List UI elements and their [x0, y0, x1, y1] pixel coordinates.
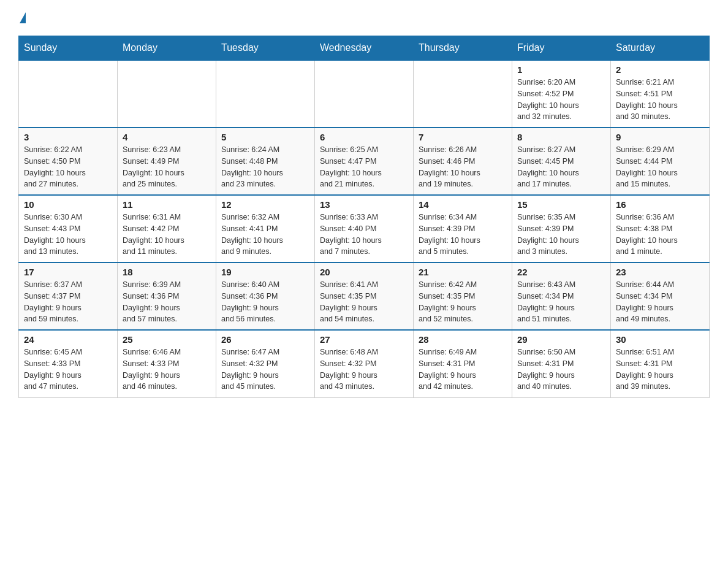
calendar-cell: 2Sunrise: 6:21 AMSunset: 4:51 PMDaylight…	[611, 60, 710, 128]
calendar-cell: 17Sunrise: 6:37 AMSunset: 4:37 PMDayligh…	[19, 262, 118, 330]
calendar-header-monday: Monday	[118, 36, 216, 61]
day-number: 14	[419, 199, 507, 210]
day-info: Sunrise: 6:37 AMSunset: 4:37 PMDaylight:…	[24, 279, 112, 325]
day-info: Sunrise: 6:20 AMSunset: 4:52 PMDaylight:…	[517, 77, 605, 123]
calendar-cell: 27Sunrise: 6:48 AMSunset: 4:32 PMDayligh…	[315, 330, 414, 397]
day-number: 24	[24, 334, 112, 345]
day-number: 25	[123, 334, 211, 345]
calendar-cell: 9Sunrise: 6:29 AMSunset: 4:44 PMDaylight…	[611, 128, 710, 195]
day-info: Sunrise: 6:35 AMSunset: 4:39 PMDaylight:…	[517, 212, 605, 258]
calendar-header-sunday: Sunday	[19, 36, 118, 61]
calendar-header-friday: Friday	[512, 36, 611, 61]
calendar-cell: 19Sunrise: 6:40 AMSunset: 4:36 PMDayligh…	[216, 262, 315, 330]
day-info: Sunrise: 6:45 AMSunset: 4:33 PMDaylight:…	[24, 347, 112, 393]
calendar-cell: 29Sunrise: 6:50 AMSunset: 4:31 PMDayligh…	[512, 330, 611, 397]
calendar-table: SundayMondayTuesdayWednesdayThursdayFrid…	[18, 36, 710, 398]
day-info: Sunrise: 6:22 AMSunset: 4:50 PMDaylight:…	[24, 144, 112, 190]
calendar-cell: 21Sunrise: 6:42 AMSunset: 4:35 PMDayligh…	[414, 262, 512, 330]
logo-triangle-icon	[20, 12, 26, 23]
calendar-cell: 14Sunrise: 6:34 AMSunset: 4:39 PMDayligh…	[414, 195, 512, 262]
day-info: Sunrise: 6:49 AMSunset: 4:31 PMDaylight:…	[419, 347, 507, 393]
day-info: Sunrise: 6:47 AMSunset: 4:32 PMDaylight:…	[221, 347, 309, 393]
calendar-cell: 1Sunrise: 6:20 AMSunset: 4:52 PMDaylight…	[512, 60, 611, 128]
calendar-week-row: 3Sunrise: 6:22 AMSunset: 4:50 PMDaylight…	[19, 128, 710, 195]
calendar-cell: 5Sunrise: 6:24 AMSunset: 4:48 PMDaylight…	[216, 128, 315, 195]
calendar-header-saturday: Saturday	[611, 36, 710, 61]
day-number: 22	[517, 267, 605, 277]
day-info: Sunrise: 6:48 AMSunset: 4:32 PMDaylight:…	[320, 347, 408, 393]
day-number: 12	[221, 199, 309, 210]
calendar-cell: 20Sunrise: 6:41 AMSunset: 4:35 PMDayligh…	[315, 262, 414, 330]
calendar-cell: 18Sunrise: 6:39 AMSunset: 4:36 PMDayligh…	[118, 262, 216, 330]
day-info: Sunrise: 6:39 AMSunset: 4:36 PMDaylight:…	[123, 279, 211, 325]
day-number: 20	[320, 267, 408, 277]
calendar-cell: 23Sunrise: 6:44 AMSunset: 4:34 PMDayligh…	[611, 262, 710, 330]
day-info: Sunrise: 6:43 AMSunset: 4:34 PMDaylight:…	[517, 279, 605, 325]
day-info: Sunrise: 6:46 AMSunset: 4:33 PMDaylight:…	[123, 347, 211, 393]
day-number: 18	[123, 267, 211, 277]
calendar-cell: 8Sunrise: 6:27 AMSunset: 4:45 PMDaylight…	[512, 128, 611, 195]
day-info: Sunrise: 6:32 AMSunset: 4:41 PMDaylight:…	[221, 212, 309, 258]
day-info: Sunrise: 6:31 AMSunset: 4:42 PMDaylight:…	[123, 212, 211, 258]
calendar-cell: 7Sunrise: 6:26 AMSunset: 4:46 PMDaylight…	[414, 128, 512, 195]
calendar-header-wednesday: Wednesday	[315, 36, 414, 61]
day-info: Sunrise: 6:29 AMSunset: 4:44 PMDaylight:…	[616, 144, 704, 190]
day-number: 30	[616, 334, 704, 345]
calendar-cell: 15Sunrise: 6:35 AMSunset: 4:39 PMDayligh…	[512, 195, 611, 262]
day-number: 21	[419, 267, 507, 277]
calendar-week-row: 1Sunrise: 6:20 AMSunset: 4:52 PMDaylight…	[19, 60, 710, 128]
calendar-cell: 28Sunrise: 6:49 AMSunset: 4:31 PMDayligh…	[414, 330, 512, 397]
day-number: 28	[419, 334, 507, 345]
day-number: 26	[221, 334, 309, 345]
day-info: Sunrise: 6:26 AMSunset: 4:46 PMDaylight:…	[419, 144, 507, 190]
day-number: 7	[419, 132, 507, 142]
day-number: 4	[123, 132, 211, 142]
calendar-week-row: 17Sunrise: 6:37 AMSunset: 4:37 PMDayligh…	[19, 262, 710, 330]
calendar-header-row: SundayMondayTuesdayWednesdayThursdayFrid…	[19, 36, 710, 61]
calendar-cell: 26Sunrise: 6:47 AMSunset: 4:32 PMDayligh…	[216, 330, 315, 397]
day-number: 8	[517, 132, 605, 142]
day-info: Sunrise: 6:21 AMSunset: 4:51 PMDaylight:…	[616, 77, 704, 123]
calendar-cell: 16Sunrise: 6:36 AMSunset: 4:38 PMDayligh…	[611, 195, 710, 262]
day-number: 23	[616, 267, 704, 277]
day-info: Sunrise: 6:40 AMSunset: 4:36 PMDaylight:…	[221, 279, 309, 325]
day-number: 5	[221, 132, 309, 142]
day-info: Sunrise: 6:30 AMSunset: 4:43 PMDaylight:…	[24, 212, 112, 258]
day-number: 16	[616, 199, 704, 210]
day-number: 17	[24, 267, 112, 277]
calendar-week-row: 24Sunrise: 6:45 AMSunset: 4:33 PMDayligh…	[19, 330, 710, 397]
day-info: Sunrise: 6:33 AMSunset: 4:40 PMDaylight:…	[320, 212, 408, 258]
calendar-cell: 10Sunrise: 6:30 AMSunset: 4:43 PMDayligh…	[19, 195, 118, 262]
day-number: 2	[616, 64, 704, 75]
calendar-cell: 25Sunrise: 6:46 AMSunset: 4:33 PMDayligh…	[118, 330, 216, 397]
day-number: 10	[24, 199, 112, 210]
calendar-cell: 6Sunrise: 6:25 AMSunset: 4:47 PMDaylight…	[315, 128, 414, 195]
calendar-cell	[118, 60, 216, 128]
day-number: 11	[123, 199, 211, 210]
calendar-cell	[216, 60, 315, 128]
day-info: Sunrise: 6:50 AMSunset: 4:31 PMDaylight:…	[517, 347, 605, 393]
day-number: 15	[517, 199, 605, 210]
calendar-cell	[19, 60, 118, 128]
calendar-cell: 22Sunrise: 6:43 AMSunset: 4:34 PMDayligh…	[512, 262, 611, 330]
calendar-cell: 4Sunrise: 6:23 AMSunset: 4:49 PMDaylight…	[118, 128, 216, 195]
calendar-cell: 11Sunrise: 6:31 AMSunset: 4:42 PMDayligh…	[118, 195, 216, 262]
day-number: 13	[320, 199, 408, 210]
calendar-cell: 13Sunrise: 6:33 AMSunset: 4:40 PMDayligh…	[315, 195, 414, 262]
day-number: 1	[517, 64, 605, 75]
day-info: Sunrise: 6:36 AMSunset: 4:38 PMDaylight:…	[616, 212, 704, 258]
calendar-cell: 3Sunrise: 6:22 AMSunset: 4:50 PMDaylight…	[19, 128, 118, 195]
day-number: 3	[24, 132, 112, 142]
day-info: Sunrise: 6:51 AMSunset: 4:31 PMDaylight:…	[616, 347, 704, 393]
day-info: Sunrise: 6:41 AMSunset: 4:35 PMDaylight:…	[320, 279, 408, 325]
calendar-week-row: 10Sunrise: 6:30 AMSunset: 4:43 PMDayligh…	[19, 195, 710, 262]
calendar-header-tuesday: Tuesday	[216, 36, 315, 61]
day-info: Sunrise: 6:27 AMSunset: 4:45 PMDaylight:…	[517, 144, 605, 190]
calendar-cell	[414, 60, 512, 128]
day-info: Sunrise: 6:34 AMSunset: 4:39 PMDaylight:…	[419, 212, 507, 258]
day-number: 9	[616, 132, 704, 142]
calendar-header-thursday: Thursday	[414, 36, 512, 61]
day-info: Sunrise: 6:24 AMSunset: 4:48 PMDaylight:…	[221, 144, 309, 190]
calendar-cell: 12Sunrise: 6:32 AMSunset: 4:41 PMDayligh…	[216, 195, 315, 262]
day-number: 6	[320, 132, 408, 142]
